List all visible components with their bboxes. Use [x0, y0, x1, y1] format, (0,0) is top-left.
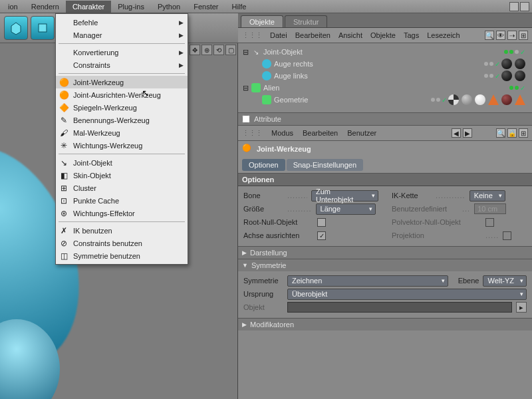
- new-icon[interactable]: ⊞: [519, 128, 528, 138]
- hierarchy-row[interactable]: ⊟↘Joint-Objekt✓: [242, 46, 528, 58]
- dd-manager[interactable]: Manager▶: [56, 29, 188, 41]
- subtab-optionen[interactable]: Optionen: [242, 159, 285, 171]
- btn-objekte[interactable]: Objekte: [370, 31, 396, 39]
- dd-wichtung[interactable]: ✳Wichtungs-Werkzeug: [56, 139, 188, 152]
- menu-plugins[interactable]: Plug-ins: [111, 1, 151, 13]
- maximize-view-icon[interactable]: ▢: [225, 45, 236, 55]
- dd-joint-objekt[interactable]: ↘Joint-Objekt: [56, 156, 188, 169]
- symmetrie-select[interactable]: Zeichnen: [287, 275, 448, 287]
- ebene-select[interactable]: Welt-YZ: [483, 275, 527, 287]
- right-panel: Objekte Struktur ⋮⋮⋮ Datei Bearbeiten An…: [238, 13, 532, 399]
- plus-icon[interactable]: ⊞: [519, 31, 528, 40]
- attr-header-label: Attribute: [254, 115, 281, 123]
- svg-rect-1: [39, 24, 47, 32]
- symmetry-icon: ◫: [59, 251, 69, 261]
- dd-mal[interactable]: 🖌Mal-Werkzeug: [56, 126, 188, 139]
- material-tag-icon[interactable]: [515, 70, 525, 81]
- btn-tags[interactable]: Tags: [404, 31, 419, 39]
- attr-modus[interactable]: Modus: [271, 129, 293, 137]
- eye-icon[interactable]: 👁: [496, 31, 505, 40]
- link-icon[interactable]: ▸: [516, 302, 527, 313]
- menu-ion[interactable]: ion: [1, 1, 25, 13]
- zoom-view-icon[interactable]: ⊕: [201, 45, 212, 55]
- point-cache-icon: ⊡: [59, 196, 69, 206]
- align-checkbox[interactable]: ✓: [317, 231, 326, 240]
- btn-datei[interactable]: Datei: [270, 31, 287, 39]
- layout-icon[interactable]: [520, 2, 529, 11]
- primitive-icon[interactable]: [31, 16, 55, 40]
- uvw-tag-icon[interactable]: [448, 94, 459, 105]
- dd-joint-werkzeug[interactable]: 🟠Joint-Werkzeug: [56, 76, 188, 88]
- ik-select[interactable]: Keine: [469, 190, 505, 201]
- skin-object-icon: ◧: [59, 170, 69, 181]
- hierarchy-row[interactable]: Auge rechts✓: [242, 58, 528, 70]
- dd-konvertierung[interactable]: Konvertierung▶: [56, 46, 188, 59]
- dd-punkte-cache[interactable]: ⊡Punkte Cache: [56, 194, 188, 207]
- layout-icon[interactable]: [509, 2, 519, 11]
- attr-bearbeiten[interactable]: Bearbeiten: [303, 129, 338, 137]
- hierarchy-row[interactable]: Geometrie✓: [242, 94, 528, 106]
- search-icon[interactable]: 🔍: [496, 128, 505, 138]
- search-icon[interactable]: 🔍: [485, 31, 494, 40]
- nav-back-icon[interactable]: ◀: [452, 128, 461, 138]
- menu-charakter[interactable]: Charakter: [66, 1, 111, 13]
- tab-objekte[interactable]: Objekte: [241, 15, 283, 27]
- polevec-checkbox[interactable]: [485, 218, 494, 227]
- bone-select[interactable]: Zum Unterobjekt: [311, 190, 378, 201]
- material-tag-icon[interactable]: [462, 94, 472, 105]
- material-tag-icon[interactable]: [475, 94, 485, 105]
- material-tag-icon[interactable]: [501, 70, 512, 81]
- dd-constraints-benutzen[interactable]: ⊘Constraints benutzen: [56, 237, 188, 249]
- collapser-darstellung[interactable]: ▶Darstellung: [238, 246, 532, 259]
- lock-icon[interactable]: 🔒: [507, 128, 517, 138]
- dd-symmetrie-benutzen[interactable]: ◫Symmetrie benutzen: [56, 249, 188, 262]
- tab-struktur[interactable]: Struktur: [285, 15, 328, 27]
- menu-fenster[interactable]: Fenster: [187, 1, 225, 13]
- attr-benutzer[interactable]: Benutzer: [347, 129, 376, 137]
- arrow-icon[interactable]: ⇢: [507, 31, 517, 40]
- move-view-icon[interactable]: ✥: [190, 45, 200, 55]
- dd-ik-benutzen[interactable]: ✗IK benutzen: [56, 224, 188, 237]
- expand-icon[interactable]: ⊟: [242, 84, 249, 92]
- btn-ansicht[interactable]: Ansicht: [338, 31, 362, 39]
- dd-constraints[interactable]: Constraints▶: [56, 59, 188, 71]
- btn-lesezeichen[interactable]: Lesezeich: [427, 31, 460, 39]
- proj-checkbox[interactable]: [503, 231, 511, 240]
- dd-benennung[interactable]: ✎Benennungs-Werkzeug: [56, 114, 188, 126]
- menu-rendern[interactable]: Rendern: [25, 1, 66, 13]
- menu-hilfe[interactable]: Hilfe: [225, 1, 253, 13]
- menu-python[interactable]: Python: [151, 1, 187, 13]
- phong-tag-icon[interactable]: [488, 94, 499, 105]
- weight-effector-icon: ⊛: [59, 208, 69, 219]
- dd-cluster[interactable]: ⊞Cluster: [56, 182, 188, 194]
- dd-befehle[interactable]: Befehle▶: [56, 16, 188, 29]
- grip-icon[interactable]: ⋮⋮⋮: [242, 31, 262, 40]
- rootnull-checkbox[interactable]: [317, 218, 326, 227]
- phong-tag-icon[interactable]: [515, 94, 525, 105]
- btn-bearbeiten[interactable]: Bearbeiten: [295, 31, 331, 39]
- expand-icon[interactable]: ⊟: [242, 48, 249, 57]
- collapser-symmetrie[interactable]: ▼Symmetrie: [238, 259, 532, 271]
- nav-fwd-icon[interactable]: ▶: [463, 128, 472, 138]
- size-select[interactable]: Länge: [316, 203, 376, 215]
- material-tag-icon[interactable]: [501, 94, 512, 105]
- grip-icon[interactable]: ⋮⋮⋮: [242, 129, 262, 138]
- ursprung-select[interactable]: Überobjekt: [287, 289, 527, 300]
- custom-field[interactable]: 10 cm: [474, 203, 506, 214]
- material-tag-icon[interactable]: [515, 59, 525, 69]
- rotate-view-icon[interactable]: ⟲: [213, 45, 224, 55]
- dd-spiegeln[interactable]: 🔶Spiegeln-Werkzeug: [56, 101, 188, 114]
- collapser-modifikatoren[interactable]: ▶Modifikatoren: [238, 318, 532, 331]
- hierarchy-row[interactable]: Auge links✓: [242, 70, 528, 82]
- dd-wichtung-effektor[interactable]: ⊛Wichtungs-Effektor: [56, 207, 188, 219]
- object-hierarchy[interactable]: ⊟↘Joint-Objekt✓ Auge rechts✓ Auge links✓…: [238, 43, 532, 112]
- attr-checkbox[interactable]: [242, 115, 250, 123]
- section-optionen: Optionen: [238, 173, 532, 186]
- dd-joint-ausrichten[interactable]: 🟠Joint-Ausrichten-Werkzeug: [56, 88, 188, 101]
- dd-skin-objekt[interactable]: ◧Skin-Objekt: [56, 169, 188, 182]
- hierarchy-row[interactable]: ⊟Alien✓: [242, 82, 528, 94]
- primitive-cube-icon[interactable]: [4, 16, 28, 40]
- material-tag-icon[interactable]: [501, 59, 512, 69]
- objekt-field[interactable]: [287, 302, 512, 313]
- subtab-snap[interactable]: Snap-Einstellungen: [287, 159, 363, 171]
